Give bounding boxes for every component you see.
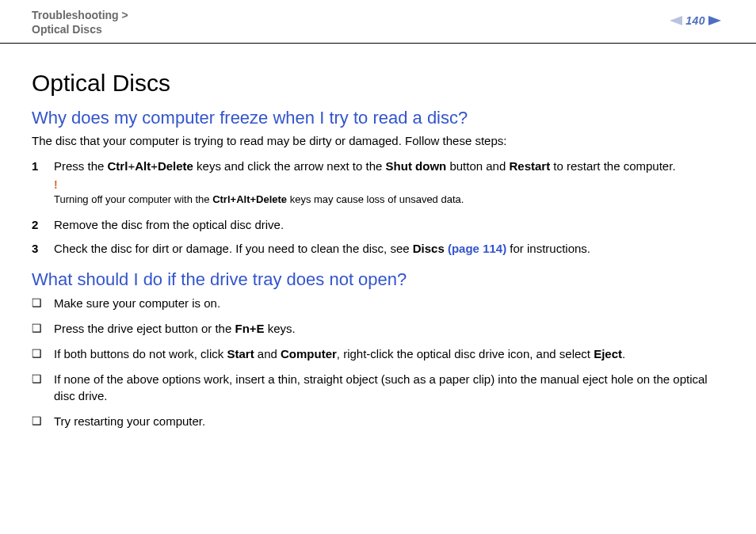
svg-marker-0	[670, 16, 682, 25]
page-root: Troubleshooting > Optical Discs 140 Opti…	[0, 0, 756, 534]
step-text: Press the Ctrl+Alt+Delete keys and click…	[54, 158, 724, 210]
next-page-arrow-icon[interactable]	[708, 16, 721, 25]
list-item: ❑ If none of the above options work, ins…	[32, 371, 724, 406]
list-item: ❑ Press the drive eject button or the Fn…	[32, 320, 724, 338]
question-freeze: Why does my computer freeze when I try t…	[32, 108, 724, 128]
step-2: 2 Remove the disc from the optical disc …	[32, 216, 724, 234]
warning-note: ! Turning off your computer with the Ctr…	[54, 177, 724, 206]
breadcrumb-line2: Optical Discs	[32, 23, 102, 36]
page-number: 140	[685, 14, 705, 27]
header-divider	[0, 43, 756, 44]
step-text: Remove the disc from the optical disc dr…	[54, 216, 724, 234]
content: Optical Discs Why does my computer freez…	[32, 43, 724, 429]
bullet-icon: ❑	[32, 371, 54, 387]
list-item: ❑ Try restarting your computer.	[32, 413, 724, 430]
bullet-list: ❑ Make sure your computer is on. ❑ Press…	[32, 295, 724, 430]
step-number: 2	[32, 216, 54, 234]
list-text: Try restarting your computer.	[54, 413, 724, 430]
prev-page-arrow-icon[interactable]	[670, 16, 682, 25]
bullet-icon: ❑	[32, 295, 54, 311]
page-nav: 140	[666, 14, 724, 27]
bullet-icon: ❑	[32, 413, 54, 429]
question-tray: What should I do if the drive tray does …	[32, 269, 724, 290]
list-item: ❑ If both buttons do not work, click Sta…	[32, 345, 724, 363]
page-title: Optical Discs	[32, 70, 724, 97]
header: Troubleshooting > Optical Discs 140	[32, 0, 724, 43]
list-text: If none of the above options work, inser…	[54, 371, 724, 406]
list-text: Make sure your computer is on.	[54, 295, 724, 312]
bullet-icon: ❑	[32, 320, 54, 336]
step-number: 3	[32, 240, 54, 257]
bullet-icon: ❑	[32, 345, 54, 361]
list-item: ❑ Make sure your computer is on.	[32, 295, 724, 312]
breadcrumb: Troubleshooting > Optical Discs	[32, 8, 128, 36]
step-1: 1 Press the Ctrl+Alt+Delete keys and cli…	[32, 158, 724, 210]
steps-list: 1 Press the Ctrl+Alt+Delete keys and cli…	[32, 158, 724, 257]
intro-text: The disc that your computer is trying to…	[32, 133, 724, 149]
step-number: 1	[32, 158, 54, 175]
svg-marker-1	[708, 16, 721, 25]
step-text: Check the disc for dirt or damage. If yo…	[54, 240, 724, 257]
page-link-114[interactable]: (page 114)	[448, 242, 506, 255]
step-3: 3 Check the disc for dirt or damage. If …	[32, 240, 724, 257]
breadcrumb-line1: Troubleshooting >	[32, 9, 128, 21]
list-text: If both buttons do not work, click Start…	[54, 345, 724, 363]
warning-icon: !	[54, 178, 58, 191]
list-text: Press the drive eject button or the Fn+E…	[54, 320, 724, 338]
